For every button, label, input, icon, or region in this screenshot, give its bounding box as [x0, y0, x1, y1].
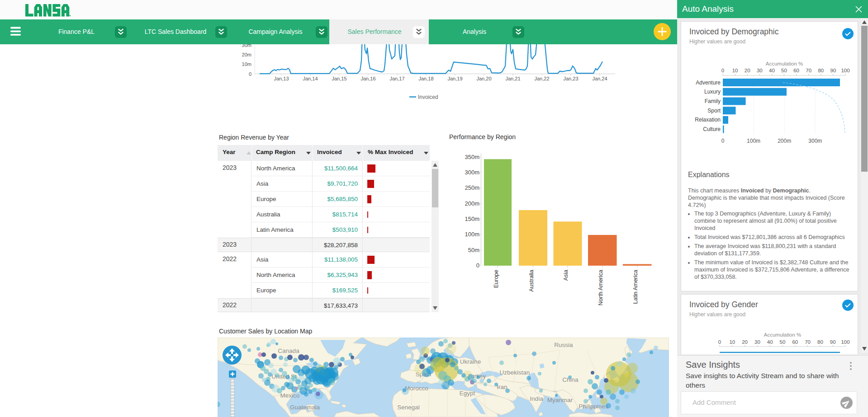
svg-text:90: 90 [830, 339, 836, 345]
svg-text:30: 30 [757, 68, 763, 73]
svg-text:0: 0 [718, 339, 721, 345]
svg-text:Family: Family [705, 98, 721, 104]
svg-text:Uzbekistan: Uzbekistan [500, 369, 530, 376]
svg-text:Myanmar: Myanmar [547, 397, 573, 403]
svg-text:100: 100 [841, 68, 849, 73]
svg-text:Mexico: Mexico [280, 392, 300, 399]
svg-text:100m: 100m [465, 231, 479, 238]
svg-text:Luxury: Luxury [704, 89, 721, 95]
svg-text:Sport: Sport [707, 108, 721, 114]
svg-text:Jan,13: Jan,13 [274, 76, 289, 81]
svg-text:Canada: Canada [278, 347, 299, 354]
svg-text:Adventure: Adventure [696, 80, 721, 86]
svg-text:Senegal: Senegal [397, 404, 420, 411]
svg-text:India: India [530, 395, 543, 402]
svg-text:50m: 50m [468, 247, 479, 253]
svg-text:250m: 250m [465, 184, 479, 191]
svg-text:Invoiced: Invoiced [418, 94, 438, 100]
svg-text:Russia: Russia [554, 342, 573, 348]
svg-text:0: 0 [721, 138, 725, 144]
svg-text:Ukraine: Ukraine [460, 358, 481, 365]
svg-text:80: 80 [818, 68, 824, 73]
svg-text:Jan,20: Jan,20 [476, 76, 491, 81]
svg-text:Jan,18: Jan,18 [418, 76, 433, 81]
svg-text:North America: North America [598, 270, 604, 305]
svg-text:0: 0 [721, 68, 724, 73]
svg-text:100: 100 [841, 339, 849, 345]
svg-text:Egypt: Egypt [460, 390, 475, 397]
svg-text:30m: 30m [242, 44, 251, 48]
svg-text:Australia: Australia [528, 270, 535, 292]
svg-text:Jan,22: Jan,22 [534, 76, 549, 81]
svg-text:20: 20 [742, 339, 748, 345]
svg-text:Jan,19: Jan,19 [447, 76, 462, 81]
svg-text:10: 10 [732, 68, 738, 73]
svg-text:Jan,21: Jan,21 [505, 76, 520, 81]
svg-text:Asia: Asia [563, 270, 569, 281]
svg-text:0: 0 [249, 71, 251, 77]
svg-text:60: 60 [792, 339, 798, 345]
svg-text:70: 70 [806, 68, 811, 73]
svg-text:Performance by Region: Performance by Region [449, 133, 516, 141]
svg-text:150m: 150m [465, 216, 479, 222]
svg-text:60: 60 [793, 68, 799, 73]
svg-text:Europe: Europe [493, 270, 499, 288]
svg-text:100m: 100m [747, 138, 760, 144]
svg-text:Jan,15: Jan,15 [332, 76, 346, 81]
svg-text:80: 80 [817, 339, 823, 345]
svg-text:Jan,14: Jan,14 [303, 76, 318, 81]
svg-text:0: 0 [476, 262, 479, 269]
svg-text:70: 70 [805, 339, 811, 345]
svg-text:Guatemala: Guatemala [290, 404, 320, 411]
svg-text:300m: 300m [808, 138, 822, 144]
svg-text:300m: 300m [465, 169, 479, 176]
svg-text:40: 40 [767, 339, 773, 345]
svg-text:200m: 200m [465, 200, 479, 207]
svg-text:20m: 20m [242, 52, 251, 57]
svg-text:350m: 350m [465, 154, 479, 160]
svg-text:Jan,17: Jan,17 [389, 76, 404, 81]
svg-text:200m: 200m [778, 138, 791, 144]
svg-text:Jan,24: Jan,24 [592, 76, 607, 81]
svg-text:Jan,23: Jan,23 [563, 76, 578, 81]
svg-text:Culture: Culture [703, 126, 721, 132]
svg-text:Iran: Iran [497, 384, 507, 390]
svg-text:Latin America: Latin America [632, 270, 639, 304]
svg-text:50: 50 [781, 68, 787, 73]
svg-text:20: 20 [745, 68, 750, 73]
svg-text:40: 40 [769, 68, 775, 73]
svg-text:30: 30 [754, 339, 760, 345]
svg-text:50: 50 [780, 339, 786, 345]
svg-text:10m: 10m [242, 61, 251, 67]
svg-text:Jan,16: Jan,16 [360, 76, 375, 81]
svg-text:10: 10 [729, 339, 735, 345]
svg-text:Relaxation: Relaxation [695, 117, 721, 123]
svg-text:Accumulation %: Accumulation % [766, 61, 803, 66]
svg-text:90: 90 [830, 68, 836, 73]
svg-text:Accumulation %: Accumulation % [764, 332, 801, 337]
